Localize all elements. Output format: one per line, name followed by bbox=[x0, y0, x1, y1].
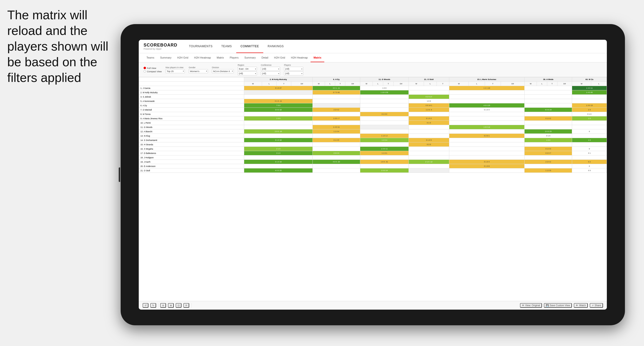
subnav-matrix2[interactable]: Matrix bbox=[310, 53, 324, 62]
cell-row16-col2 bbox=[360, 156, 409, 160]
cell-row10-col1: 1 1 0 4 bbox=[312, 129, 360, 134]
division-select-wrapper: NCAA Division II bbox=[212, 69, 234, 73]
logo-title: SCOREBOARD bbox=[144, 43, 177, 48]
region-sub-select[interactable]: (All) bbox=[238, 71, 257, 75]
players-select-wrapper: (All) bbox=[284, 67, 303, 71]
col-header-webb: 38. A Webb bbox=[524, 77, 572, 82]
cell-row13-col4 bbox=[449, 142, 524, 147]
cell-row12-col2: 1 2 0 4 bbox=[360, 138, 409, 142]
division-select[interactable]: NCAA Division II bbox=[212, 69, 234, 73]
watch-button[interactable]: 👁 Watch bbox=[574, 303, 588, 308]
subnav-players[interactable]: Players bbox=[227, 53, 242, 62]
max-players-label: Max players in view bbox=[166, 66, 185, 69]
nav-item-tournaments[interactable]: TOURNAMENTS bbox=[184, 40, 217, 53]
table-row: 12. A Bianchi2 0 0 -161 1 0 42 0 0 250 bbox=[139, 129, 607, 134]
cell-row4-col1 bbox=[312, 103, 360, 108]
save-custom-button[interactable]: 💾 Save Custom View bbox=[544, 303, 572, 308]
cell-row9-col0 bbox=[244, 125, 313, 129]
gender-select[interactable]: Women's bbox=[189, 69, 208, 73]
undo-button[interactable]: ↺ bbox=[142, 303, 148, 308]
compact-view-label: Compact View bbox=[147, 70, 162, 73]
cell-row16-col3 bbox=[409, 156, 449, 160]
full-view-dot bbox=[144, 67, 146, 69]
cell-row4-col4: 4 0 0 25 bbox=[449, 103, 524, 108]
eye-icon: 👁 bbox=[522, 304, 524, 307]
players-select[interactable]: (All) bbox=[284, 67, 303, 71]
cell-row13-col5 bbox=[524, 142, 572, 147]
cell-row19-col5: 1 1 0 9 bbox=[524, 169, 572, 173]
logo-area: SCOREBOARD Powered by clippd bbox=[144, 43, 177, 50]
subnav-summary2[interactable]: Summary bbox=[242, 53, 259, 62]
row-header-4: 6. A Dy bbox=[139, 103, 244, 108]
table-row: 1. J Garcia3 1 0 273 0 1 -111 0 01 1 1 1… bbox=[139, 86, 607, 90]
cell-row10-col6: 0 bbox=[572, 129, 607, 134]
cell-row1-col5 bbox=[524, 90, 572, 95]
mulcahy-t: T bbox=[276, 82, 291, 86]
fit-button[interactable]: ⊡ bbox=[176, 303, 182, 308]
cell-row5-col3: 1 2 0 -4 bbox=[409, 108, 449, 112]
cell-row7-col6: 1 0 bbox=[572, 116, 607, 121]
matrix-table: 2. M Kelly Mulcahy 6. A Dy 11. G Woods 2… bbox=[139, 77, 607, 173]
cell-row8-col5 bbox=[524, 121, 572, 125]
dy-w: W bbox=[312, 82, 325, 86]
woods-t: T bbox=[383, 82, 394, 86]
subnav-detail[interactable]: Detail bbox=[259, 53, 271, 62]
cell-row19-col2: 1 0 0 14 bbox=[360, 169, 409, 173]
cell-row8-col1 bbox=[312, 121, 360, 125]
cell-row0-col5 bbox=[524, 86, 572, 90]
players-sub-select[interactable]: (All) bbox=[284, 71, 303, 75]
cell-row14-col3 bbox=[409, 147, 449, 151]
nav-item-committee[interactable]: COMMITTEE bbox=[236, 40, 264, 53]
share-button[interactable]: ↗ Share bbox=[590, 303, 603, 308]
subnav-matrix[interactable]: Matrix bbox=[214, 53, 227, 62]
cell-row14-col1 bbox=[312, 147, 360, 151]
woods-l: L bbox=[373, 82, 383, 86]
za-l: L bbox=[591, 82, 607, 86]
zoom-out-button[interactable]: ⊖ bbox=[160, 303, 166, 308]
stoll-t: T bbox=[436, 82, 449, 86]
share-label: Share bbox=[594, 304, 601, 307]
zoom-in-button[interactable]: ⊕ bbox=[168, 303, 174, 308]
cell-row5-col2 bbox=[360, 108, 409, 112]
row-header-7: 9. A Maria Jimenez Rios bbox=[139, 116, 244, 121]
nav-item-teams[interactable]: TEAMS bbox=[217, 40, 236, 53]
cell-row15-col0: 3 1 0 bbox=[244, 151, 313, 156]
cell-row1-col0 bbox=[244, 90, 313, 95]
conference-sub-select[interactable]: (All) bbox=[261, 71, 280, 75]
watch-label: Watch bbox=[579, 304, 586, 307]
row-header-19: 21. O Stoll bbox=[139, 169, 244, 173]
subnav-h2h-heatmap[interactable]: H2H Heatmap bbox=[191, 53, 214, 62]
cell-row4-col2 bbox=[360, 103, 409, 108]
reset-button[interactable]: ⟳ bbox=[184, 303, 189, 308]
subnav-summary[interactable]: Summary bbox=[157, 53, 174, 62]
cell-row17-col4: 0 1 0 4 bbox=[449, 160, 524, 164]
subnav-h2h-grid2[interactable]: H2H Grid bbox=[271, 53, 288, 62]
webb-l: L bbox=[537, 82, 547, 86]
table-row: 9. A Maria Jimenez Rios1 0 01 0 0 -70 1 … bbox=[139, 116, 607, 121]
cell-row7-col4 bbox=[449, 116, 524, 121]
max-players-select[interactable]: Top 25 bbox=[166, 69, 185, 73]
cell-row17-col1: 4 0 0 -20 bbox=[312, 160, 360, 164]
cell-row16-col1 bbox=[312, 156, 360, 160]
cell-row6-col2: 0 1 0 2 bbox=[360, 112, 409, 116]
redo-button[interactable]: ↻ bbox=[150, 303, 156, 308]
table-row: 17. D Ballesteros3 1 02 0 0 31 1 0 10 2 … bbox=[139, 151, 607, 156]
compact-view-radio[interactable]: Compact View bbox=[144, 70, 162, 73]
subnav-teams[interactable]: Teams bbox=[144, 53, 157, 62]
cell-row14-col0: 2 1 0 bbox=[244, 147, 313, 151]
nav-item-rankings[interactable]: RANKINGS bbox=[263, 40, 288, 53]
view-original-button[interactable]: 👁 View: Original bbox=[520, 303, 542, 308]
full-view-radio[interactable]: Full View bbox=[144, 67, 162, 69]
cell-row9-col5 bbox=[524, 125, 572, 129]
subnav-h2h-heatmap2[interactable]: H2H Heatmap bbox=[288, 53, 311, 62]
mulcahy-l: L bbox=[262, 82, 276, 86]
annotation-text: The matrix will reload and the players s… bbox=[7, 7, 118, 86]
subnav-h2h-grid[interactable]: H2H Grid bbox=[174, 53, 191, 62]
cell-row13-col1 bbox=[312, 142, 360, 147]
cell-row0-col3 bbox=[409, 86, 449, 90]
region-select[interactable]: East - DII bbox=[238, 67, 257, 71]
table-row: 14. S Srichantamit3 1 0 180 1 0 51 2 0 4… bbox=[139, 138, 607, 142]
conference-select[interactable]: (All) bbox=[261, 67, 280, 71]
cell-row3-col2 bbox=[360, 99, 409, 103]
cell-row15-col1: 2 0 0 3 bbox=[312, 151, 360, 156]
